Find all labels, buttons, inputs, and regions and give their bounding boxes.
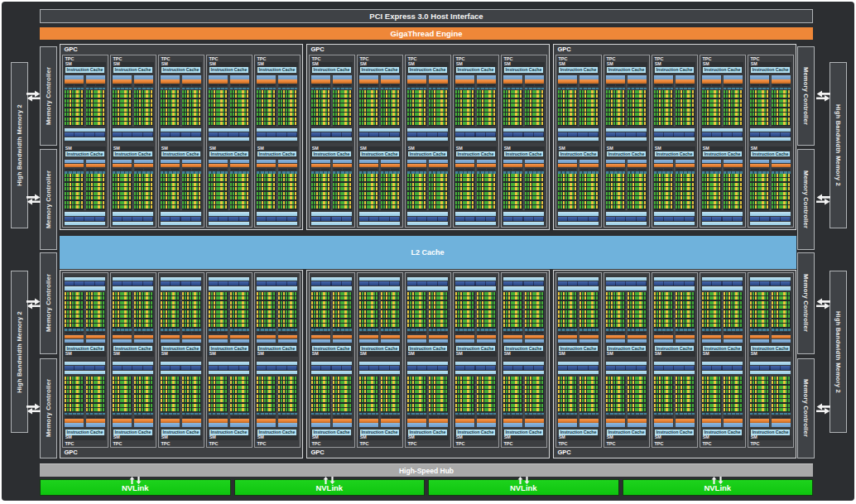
core-grid — [65, 90, 84, 127]
sm-processing-block — [311, 292, 330, 343]
sm-processing-block — [86, 292, 105, 343]
sm-processing-block — [477, 376, 496, 426]
dispatch-units — [278, 331, 297, 335]
dispatch-units — [525, 415, 544, 419]
sm-block: SMInstruction Cache — [503, 276, 546, 357]
sm-processing-block — [113, 292, 132, 343]
dispatch-unit — [135, 332, 143, 334]
sm-block: SMInstruction Cache — [256, 360, 299, 441]
core-grid — [407, 377, 426, 413]
texture-memory-bars — [208, 277, 251, 290]
core-grid — [455, 377, 474, 413]
sm-processing-block — [278, 160, 297, 210]
dispatch-units — [182, 167, 201, 171]
sm-processing-block — [455, 292, 474, 343]
memory-controller-box: Memory Controller — [40, 149, 57, 250]
sm-block: SMInstruction Cache — [749, 62, 792, 143]
dispatch-unit — [257, 332, 266, 334]
sm-processing-blocks — [310, 292, 353, 343]
dispatch-unit — [183, 332, 191, 334]
sm-processing-block — [161, 160, 180, 210]
dispatch-units — [161, 167, 180, 171]
pci-express-host-interface-bar: PCI Express 3.0 Host Interface — [40, 9, 813, 23]
texture-memory-bars — [358, 128, 402, 141]
dispatch-unit — [192, 416, 200, 418]
dispatch-unit — [504, 84, 512, 86]
dispatch-unit — [456, 332, 464, 334]
dispatch-unit — [724, 416, 733, 418]
dispatch-unit — [568, 169, 576, 170]
dispatch-units — [654, 84, 673, 88]
dispatch-unit — [637, 84, 646, 86]
texture-memory-bars — [310, 362, 353, 374]
sm-processing-blocks — [112, 376, 155, 426]
sm-processing-blocks — [406, 292, 450, 343]
dispatch-unit — [712, 416, 720, 418]
core-grid — [477, 292, 496, 329]
sm-processing-block — [381, 376, 400, 426]
dispatch-unit — [171, 169, 179, 170]
sm-processing-blocks — [256, 292, 299, 343]
core-grid — [257, 90, 276, 127]
sm-processing-blocks — [208, 376, 251, 426]
shared-memory-bar — [113, 137, 153, 141]
dispatch-unit — [733, 416, 742, 418]
dispatch-units — [455, 415, 474, 419]
core-grid — [477, 90, 496, 127]
sm-block: SMInstruction Cache — [358, 360, 402, 441]
tpc-block: TPCSMInstruction CacheSMInstruction Cach… — [453, 272, 499, 448]
dispatch-unit — [391, 332, 399, 334]
texture-memory-bars — [160, 277, 203, 290]
sm-processing-block — [182, 376, 201, 426]
dispatch-unit — [209, 332, 218, 334]
gigathread-label: GigaThread Engine — [390, 29, 462, 38]
core-grid — [359, 174, 378, 210]
sm-block: SMInstruction Cache — [406, 360, 450, 441]
sm-processing-block — [113, 75, 132, 126]
sm-processing-blocks — [358, 376, 402, 426]
core-grid — [161, 174, 180, 210]
sm-processing-block — [333, 376, 352, 426]
dispatch-unit — [65, 332, 74, 334]
tpc-block: TPCSMInstruction CacheSMInstruction Cach… — [158, 55, 204, 228]
core-grid — [257, 292, 276, 329]
sm-processing-blocks — [160, 160, 203, 210]
dispatch-unit — [628, 84, 637, 86]
sm-processing-blocks — [112, 75, 155, 126]
sm-block: SMInstruction Cache — [406, 146, 450, 228]
sm-block: SMInstruction Cache — [160, 276, 203, 357]
dispatch-unit — [171, 416, 179, 418]
dispatch-unit — [430, 169, 438, 170]
shared-memory-bar — [257, 137, 297, 141]
sm-processing-block — [477, 75, 496, 126]
sm-processing-block — [579, 160, 599, 210]
dispatch-unit — [312, 84, 320, 86]
bidirectional-arrow-icon — [26, 298, 41, 310]
core-grid — [278, 292, 297, 329]
sm-processing-block — [579, 75, 599, 126]
sm-block: SMInstruction Cache — [503, 62, 546, 143]
dispatch-units — [724, 331, 743, 335]
dispatch-units — [311, 331, 330, 335]
sm-processing-block — [654, 376, 673, 426]
core-grid — [278, 90, 297, 127]
dispatch-unit — [733, 332, 742, 334]
dispatch-units — [407, 84, 426, 88]
hbm-mc-arrows — [26, 403, 41, 415]
hbm-mc-arrows — [816, 298, 830, 310]
dispatch-units — [359, 331, 378, 335]
dispatch-unit — [733, 169, 742, 170]
sm-block: SMInstruction Cache — [256, 146, 299, 228]
dispatch-unit — [343, 84, 351, 86]
dispatch-units — [750, 84, 769, 88]
dispatch-unit — [733, 84, 742, 86]
dispatch-unit — [712, 169, 720, 170]
core-grid — [311, 174, 330, 210]
hbm2-label: High Bandwidth Memory 2 — [16, 311, 23, 393]
core-grid — [182, 174, 201, 210]
sm-block: SMInstruction Cache — [701, 146, 744, 228]
sm-processing-block — [606, 160, 625, 210]
dispatch-unit — [334, 84, 342, 86]
core-grid — [558, 292, 577, 329]
sm-processing-block — [455, 160, 474, 210]
